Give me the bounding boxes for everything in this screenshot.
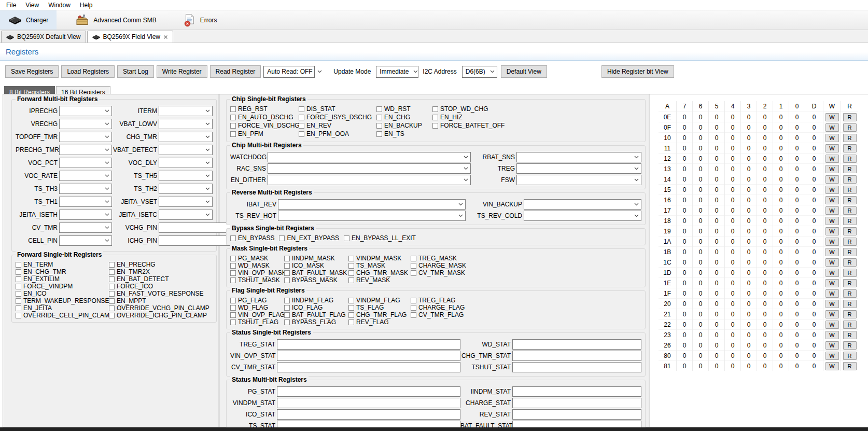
write-button[interactable]: W <box>825 310 839 318</box>
prechg-tmr-dropdown[interactable] <box>59 145 112 155</box>
write-button[interactable]: W <box>825 227 839 235</box>
write-button[interactable]: W <box>825 134 839 142</box>
tshut-mask-checkbox[interactable] <box>230 277 236 283</box>
en-backup-checkbox[interactable] <box>376 123 382 129</box>
cell-pin-dropdown[interactable] <box>59 235 112 246</box>
read-button[interactable]: R <box>843 310 857 318</box>
iindpm-mask-checkbox[interactable] <box>284 256 290 261</box>
write-register-button[interactable]: Write Register <box>157 65 207 78</box>
auto-read-select[interactable]: Auto Read: OFF <box>263 66 315 78</box>
ts-flag-checkbox[interactable] <box>348 305 354 311</box>
en-chg-tmr-checkbox[interactable] <box>16 269 21 275</box>
tshut-flag-checkbox[interactable] <box>230 319 236 325</box>
force-ico-checkbox[interactable] <box>109 284 115 289</box>
vindpm-mask-checkbox[interactable] <box>348 256 354 261</box>
rev-flag-checkbox[interactable] <box>348 319 354 325</box>
override-ichg-pin-clamp-checkbox[interactable] <box>109 313 115 318</box>
override-cell-pin-clamp-checkbox[interactable] <box>16 313 21 318</box>
write-button[interactable]: W <box>825 113 839 121</box>
vin-ovp-mask-checkbox[interactable] <box>230 270 236 276</box>
en-term-checkbox[interactable] <box>16 262 21 268</box>
en-rev-checkbox[interactable] <box>299 123 304 129</box>
cv-tmr-dropdown[interactable] <box>59 223 112 233</box>
cv-tmr-mask-checkbox[interactable] <box>411 270 416 276</box>
topoff-tmr-dropdown[interactable] <box>59 132 112 142</box>
bypass-flag-checkbox[interactable] <box>284 319 290 325</box>
cv-tmr-flag-checkbox[interactable] <box>411 312 416 318</box>
read-button[interactable]: R <box>843 206 857 215</box>
read-button[interactable]: R <box>843 144 857 152</box>
read-button[interactable]: R <box>843 248 857 256</box>
voc-pct-dropdown[interactable] <box>59 158 112 168</box>
ico-stat-field[interactable] <box>277 409 460 420</box>
write-button[interactable]: W <box>825 123 839 132</box>
ts-rev-hot-dropdown[interactable] <box>278 211 466 221</box>
read-button[interactable]: R <box>843 155 857 163</box>
menu-item-file[interactable]: File <box>2 1 21 10</box>
tshut-stat-field[interactable] <box>512 362 641 372</box>
chg-tmr-mask-checkbox[interactable] <box>348 270 354 276</box>
write-button[interactable]: W <box>825 144 839 152</box>
write-button[interactable]: W <box>825 186 839 194</box>
ts-th3-dropdown[interactable] <box>59 184 112 194</box>
ibat-rev-dropdown[interactable] <box>278 199 466 210</box>
stop-wd-chg-checkbox[interactable] <box>432 106 438 112</box>
read-button[interactable]: R <box>843 175 857 184</box>
en-fast-votg-response-checkbox[interactable] <box>109 291 115 297</box>
write-button[interactable]: W <box>825 238 839 246</box>
read-button[interactable]: R <box>843 341 857 350</box>
menu-item-window[interactable]: Window <box>44 1 75 10</box>
force-vin-dschg-checkbox[interactable] <box>230 123 236 129</box>
pg-flag-checkbox[interactable] <box>230 298 236 303</box>
charge-stat-field[interactable] <box>512 398 641 408</box>
iprechg-dropdown[interactable] <box>59 106 112 116</box>
voc-rate-dropdown[interactable] <box>59 171 112 181</box>
write-button[interactable]: W <box>825 217 839 225</box>
vrechg-dropdown[interactable] <box>59 119 112 129</box>
iterm-dropdown[interactable] <box>159 106 213 116</box>
read-button[interactable]: R <box>843 217 857 225</box>
vindpm-stat-field[interactable] <box>277 398 460 408</box>
write-button[interactable]: W <box>825 362 839 370</box>
vin-backup-dropdown[interactable] <box>524 199 641 210</box>
force-batfet-off-checkbox[interactable] <box>432 123 438 129</box>
default-view-button[interactable]: Default View <box>501 65 547 78</box>
write-button[interactable]: W <box>825 175 839 184</box>
en-tmr2x-checkbox[interactable] <box>109 269 115 275</box>
pg-mask-checkbox[interactable] <box>230 256 236 261</box>
write-button[interactable]: W <box>825 289 839 298</box>
menu-item-view[interactable]: View <box>21 1 44 10</box>
treg-stat-field[interactable] <box>277 339 460 350</box>
vin-ovp-stat-field[interactable] <box>277 351 460 361</box>
write-button[interactable]: W <box>825 196 839 204</box>
term-wakeup-response-checkbox[interactable] <box>16 298 21 304</box>
write-button[interactable]: W <box>825 206 839 215</box>
chg-tmr-flag-checkbox[interactable] <box>348 312 354 318</box>
treg-mask-checkbox[interactable] <box>411 256 416 261</box>
bat-fault-flag-checkbox[interactable] <box>284 312 290 318</box>
en-bypass-ll-exit-checkbox[interactable] <box>344 235 349 241</box>
voc-dly-dropdown[interactable] <box>159 158 213 168</box>
en-chg-checkbox[interactable] <box>376 115 382 120</box>
cv-tmr-stat-field[interactable] <box>277 362 460 372</box>
en-dither-dropdown[interactable] <box>268 175 471 185</box>
read-button[interactable]: R <box>843 123 857 132</box>
reg-rst-checkbox[interactable] <box>230 106 236 112</box>
en-jeita-checkbox[interactable] <box>16 305 21 311</box>
read-button[interactable]: R <box>843 279 857 287</box>
read-button[interactable]: R <box>843 321 857 329</box>
read-button[interactable]: R <box>843 362 857 370</box>
en-hiz-checkbox[interactable] <box>432 115 438 120</box>
toolbar-button-charger[interactable]: Charger <box>0 10 57 30</box>
read-button[interactable]: R <box>843 227 857 235</box>
pg-stat-field[interactable] <box>277 386 460 397</box>
en-ts-checkbox[interactable] <box>376 131 382 137</box>
en-ico-checkbox[interactable] <box>16 291 21 297</box>
jeita-isetc-dropdown[interactable] <box>159 210 213 220</box>
fsw-dropdown[interactable] <box>516 175 641 185</box>
en-prechg-checkbox[interactable] <box>109 262 115 268</box>
menu-item-help[interactable]: Help <box>75 1 97 10</box>
read-register-button[interactable]: Read Register <box>210 65 261 78</box>
en-pfm-checkbox[interactable] <box>230 131 236 137</box>
rev-mask-checkbox[interactable] <box>348 277 354 283</box>
